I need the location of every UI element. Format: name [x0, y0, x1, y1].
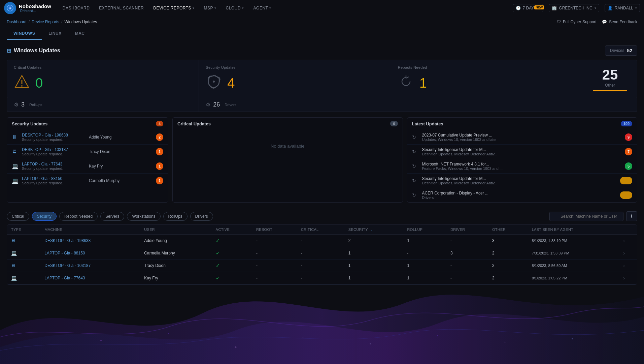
filter-workstations[interactable]: Workstations — [127, 212, 160, 221]
security-row-1[interactable]: 🖥 DESKTOP - Gla - 103187 Security update… — [7, 145, 168, 159]
nav-dashboard[interactable]: DASHBOARD — [58, 0, 95, 16]
user-chevron: ▾ — [635, 6, 637, 10]
other-card: 25 Other — [583, 60, 637, 98]
device-icon-0: 🖥 — [12, 134, 19, 140]
col-expand — [619, 225, 637, 235]
active-check-2: ✓ — [216, 263, 220, 268]
update-row-3[interactable]: ↻ Security Intelligence Update for M... … — [407, 174, 637, 188]
cloud-chevron: ▾ — [242, 6, 244, 10]
security-icon — [206, 73, 222, 92]
breadcrumb-actions: 🛡 Full Cyber Support 💬 Send Feedback — [557, 20, 637, 24]
logo-area[interactable]: RoboShadow Rebrand... — [4, 2, 51, 14]
col-last-seen: Last Seen By Agent — [528, 225, 619, 235]
breadcrumb-dashboard[interactable]: Dashboard — [7, 20, 27, 24]
filter-rollups[interactable]: RollUps — [163, 212, 188, 221]
download-button[interactable]: ⬇ — [626, 211, 637, 221]
rollups-stat: ⚙ 3 RollUps — [7, 98, 199, 112]
machine-link-1[interactable]: LAPTOP - Gla - 88150 — [44, 251, 85, 255]
machine-link-0[interactable]: DESKTOP - Gla - 198638 — [44, 238, 91, 243]
security-row-2[interactable]: 💻 LAPTOP - Gla - 77643 Security update r… — [7, 159, 168, 174]
latest-updates-list: ↻ 2023-07 Cumulative Update Preview ... … — [407, 130, 637, 202]
security-row-0[interactable]: 🖥 DESKTOP - Gla - 198638 Security update… — [7, 130, 168, 145]
row-expand-1[interactable]: › — [623, 250, 625, 256]
machine-link-2[interactable]: DESKTOP - Gla - 103187 — [44, 263, 91, 268]
device-icon-3: 💻 — [12, 178, 19, 184]
device-icon-1: 🖥 — [12, 149, 19, 155]
latest-count-badge: 109 — [621, 121, 632, 126]
update-row-1[interactable]: ↻ Security Intelligence Update for M... … — [407, 145, 637, 159]
col-driver: Driver — [446, 225, 488, 235]
update-row-4[interactable]: ↻ ACER Corporation - Display - Acer ... … — [407, 188, 637, 202]
update-badge-1: 7 — [625, 148, 632, 155]
tab-mac[interactable]: MAC — [68, 28, 92, 40]
filter-critical[interactable]: Critical — [7, 212, 29, 221]
update-row-0[interactable]: ↻ 2023-07 Cumulative Update Preview ... … — [407, 130, 637, 145]
message-icon: 💬 — [602, 20, 607, 24]
breadcrumb-device-reports[interactable]: Device Reports — [32, 20, 59, 24]
table-row-3[interactable]: 💻 LAPTOP - Gla - 77643 Kay Fry ✓ - - 1 1… — [7, 272, 637, 284]
table-row-0[interactable]: 🖥 DESKTOP - Gla - 198638 Addie Young ✓ -… — [7, 235, 637, 247]
svg-point-6 — [505, 342, 506, 343]
security-updates-panel: Security Updates 4 🖥 DESKTOP - Gla - 198… — [7, 117, 168, 203]
devices-badge: Devices 52 — [605, 46, 637, 56]
filter-servers[interactable]: Servers — [100, 212, 124, 221]
security-row-3[interactable]: 💻 LAPTOP - Gla - 88150 Security update r… — [7, 174, 168, 188]
col-other: Other — [488, 225, 528, 235]
filter-security[interactable]: Security — [32, 212, 57, 221]
company-selector[interactable]: 🏢 GREENTECH INC ▾ — [549, 4, 599, 12]
critical-updates-header: Critical Updates 0 — [173, 118, 403, 130]
user-menu[interactable]: 👤 RANDALL ▾ — [605, 4, 640, 12]
table-row-1[interactable]: 💻 LAPTOP - Gla - 88150 Carmella Murphy ✓… — [7, 247, 637, 260]
update-icon-1: ↻ — [412, 149, 419, 154]
filter-reboot[interactable]: Reboot Needed — [59, 212, 98, 221]
tabs: WINDOWS LINUX MAC — [7, 28, 637, 40]
machine-link-3[interactable]: LAPTOP - Gla - 77643 — [44, 276, 85, 280]
filter-drivers[interactable]: Drivers — [190, 212, 213, 221]
main-content: ⊞ Windows Updates Devices 52 Critical Up… — [0, 40, 644, 290]
update-row-2[interactable]: ↻ Microsoft .NET Framework 4.8.1 for... … — [407, 159, 637, 174]
reboot-value: 1 — [419, 75, 427, 91]
nav-agent[interactable]: AGENT ▾ — [249, 0, 276, 16]
col-user: User — [140, 225, 211, 235]
stats-row: Critical Updates 0 Security Updates — [7, 60, 637, 98]
security-updates-card: Security Updates 4 — [199, 60, 391, 98]
critical-updates-panel: Critical Updates 0 No data available — [172, 117, 403, 203]
table-row-2[interactable]: 🖥 DESKTOP - Gla - 103187 Tracy Dixon ✓ -… — [7, 260, 637, 272]
breadcrumb: Dashboard / Device Reports / Windows Upd… — [7, 20, 97, 24]
breadcrumb-bar: Dashboard / Device Reports / Windows Upd… — [0, 16, 644, 28]
section-header: ⊞ Windows Updates Devices 52 — [7, 46, 637, 56]
update-badge-3 — [620, 177, 632, 184]
search-input[interactable] — [549, 212, 623, 221]
clock-icon: 🕐 — [516, 6, 521, 10]
agent-chevron: ▾ — [269, 6, 271, 10]
update-badge-0: 9 — [625, 133, 632, 141]
time-selector-wrap: 🕐 7 DAYS ▾ NEW — [513, 4, 544, 12]
tab-linux[interactable]: LINUX — [42, 28, 68, 40]
drivers-stat: ⚙ 26 Drivers — [199, 98, 391, 112]
nav-links: DASHBOARD EXTERNAL SCANNER DEVICE REPORT… — [58, 0, 513, 16]
svg-point-2 — [235, 346, 237, 348]
row-expand-3[interactable]: › — [623, 275, 625, 281]
rebrand-badge: Rebrand... — [20, 9, 51, 13]
nav-device-reports[interactable]: DEVICE REPORTS ▾ — [148, 0, 199, 16]
type-icon-0: 🖥 — [11, 238, 16, 243]
send-feedback-link[interactable]: 💬 Send Feedback — [602, 20, 637, 24]
full-cyber-support-link[interactable]: 🛡 Full Cyber Support — [557, 20, 597, 24]
security-count-badge: 4 — [156, 121, 163, 126]
time-selector[interactable]: 🕐 7 DAYS ▾ NEW — [513, 4, 544, 12]
col-security[interactable]: Security ↓ — [344, 225, 403, 235]
reboot-icon — [398, 73, 414, 92]
critical-count-badge: 0 — [390, 121, 398, 126]
update-icon-3: ↻ — [412, 178, 419, 183]
logo-text: RoboShadow — [19, 3, 51, 9]
tab-windows[interactable]: WINDOWS — [7, 28, 42, 40]
msp-chevron: ▾ — [214, 6, 216, 10]
row-expand-2[interactable]: › — [623, 263, 625, 268]
nav-external-scanner[interactable]: EXTERNAL SCANNER — [94, 0, 148, 16]
update-badge-4 — [620, 191, 632, 199]
reboots-needed-card: Reboots Needed 1 — [391, 60, 583, 98]
nav-msp[interactable]: MSP ▾ — [199, 0, 221, 16]
row-expand-0[interactable]: › — [623, 238, 625, 243]
nav-cloud[interactable]: CLOUD ▾ — [221, 0, 249, 16]
update-icon-2: ↻ — [412, 163, 419, 169]
